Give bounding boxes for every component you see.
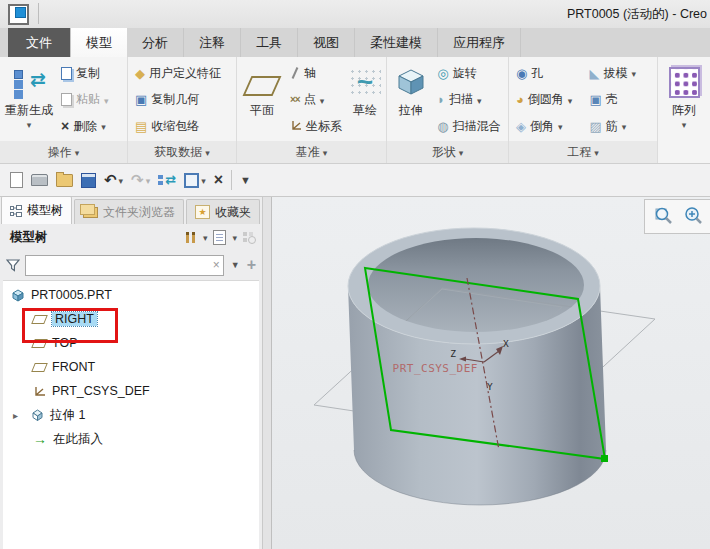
tree-settings-icon[interactable]	[213, 230, 226, 245]
shapes-group-label[interactable]: 形状	[387, 141, 508, 163]
undo-dropdown-icon[interactable]	[119, 173, 124, 187]
save-button[interactable]	[81, 173, 96, 188]
round-dropdown-icon[interactable]	[568, 93, 573, 107]
pattern-button[interactable]: 阵列	[660, 58, 708, 141]
get-data-group-label[interactable]: 获取数据	[128, 141, 236, 163]
window-manager-icon	[184, 173, 199, 188]
tree-settings-dropdown-icon[interactable]	[232, 230, 237, 244]
sketch-icon: ~	[349, 68, 381, 96]
copy-button[interactable]: 复制	[58, 61, 126, 85]
redo-icon: ↷	[131, 171, 144, 189]
redo-button[interactable]: ↷	[131, 171, 150, 189]
chamfer-button[interactable]: ◈倒角	[513, 114, 585, 138]
panel-splitter[interactable]	[262, 197, 272, 549]
datum-group-label[interactable]: 基准	[237, 141, 386, 163]
regenerate-button[interactable]: 重新生成	[2, 58, 56, 141]
revolve-icon: ◎	[437, 67, 448, 80]
tree-filter-input[interactable]	[25, 255, 224, 276]
udf-button[interactable]: ◆用户定义特征	[132, 61, 235, 85]
delete-button[interactable]: ×删除	[58, 114, 126, 138]
graphics-viewport[interactable]: Z X Y PRT_CSYS_DEF	[272, 197, 710, 549]
sweep-button[interactable]: ◗扫描	[434, 88, 507, 112]
tree-item-csys[interactable]: PRT_CSYS_DEF	[3, 379, 259, 403]
datum-csys-button[interactable]: 坐标系	[287, 114, 345, 138]
pattern-icon	[669, 67, 700, 98]
swept-blend-button[interactable]: ◍扫描混合	[434, 114, 507, 138]
tree-item-insert-here[interactable]: → 在此插入	[3, 427, 259, 451]
window-icon[interactable]	[8, 4, 29, 25]
tree-item-top-plane[interactable]: TOP	[3, 331, 259, 355]
tree-tools-icon[interactable]	[184, 231, 197, 244]
delete-dropdown-icon[interactable]	[101, 119, 106, 133]
rib-dropdown-icon[interactable]	[622, 119, 627, 133]
point-dropdown-icon[interactable]	[320, 93, 325, 107]
rib-icon: ▨	[590, 120, 602, 133]
chamfer-dropdown-icon[interactable]	[558, 119, 563, 133]
filter-funnel-icon[interactable]	[6, 259, 20, 272]
shapes-group-dropdown-icon	[459, 145, 464, 159]
ribbon-tab-row: 文件 模型 分析 注释 工具 视图 柔性建模 应用程序	[0, 28, 710, 57]
tab-favorites[interactable]: ★ 收藏夹	[186, 199, 260, 224]
close-window-button[interactable]: ×	[214, 172, 223, 188]
draft-dropdown-icon[interactable]	[632, 66, 637, 80]
engineering-group-label[interactable]: 工程	[509, 141, 657, 163]
axis-icon	[292, 67, 299, 79]
shrinkwrap-button[interactable]: ▤收缩包络	[132, 114, 235, 138]
engineering-group-dropdown-icon	[594, 145, 599, 159]
tab-annotate[interactable]: 注释	[184, 28, 241, 57]
operations-group-label[interactable]: 操作	[0, 141, 127, 163]
regenerate-dropdown-icon[interactable]	[27, 117, 32, 131]
revolve-button[interactable]: ◎旋转	[434, 61, 507, 85]
filter-dropdown-icon[interactable]: ▼	[229, 260, 242, 270]
shell-button[interactable]: ▣壳	[587, 88, 657, 112]
filter-add-icon[interactable]: +	[247, 257, 256, 273]
ribbon-group-get-data: ◆用户定义特征 ▣复制几何 ▤收缩包络 获取数据	[128, 57, 237, 163]
tab-file[interactable]: 文件	[8, 28, 70, 57]
sweep-dropdown-icon[interactable]	[477, 93, 482, 107]
zoom-region-button[interactable]	[653, 206, 675, 228]
tree-item-front-plane[interactable]: FRONT	[3, 355, 259, 379]
tab-model[interactable]: 模型	[70, 28, 127, 57]
copy-geometry-button[interactable]: ▣复制几何	[132, 88, 235, 112]
tree-item-extrude-1[interactable]: ▸ 拉伸 1	[3, 403, 259, 427]
rib-button[interactable]: ▨筋	[587, 114, 657, 138]
tab-tools[interactable]: 工具	[241, 28, 298, 57]
undo-button[interactable]: ↶	[104, 171, 123, 189]
filter-clear-icon[interactable]: ×	[213, 258, 220, 272]
datum-plane-icon	[243, 76, 282, 96]
tab-applications[interactable]: 应用程序	[438, 28, 521, 57]
window-manager-button[interactable]	[184, 173, 206, 188]
extrude-button[interactable]: 拉伸	[389, 58, 432, 141]
shell-icon: ▣	[590, 93, 602, 106]
tab-folder-browser[interactable]: 文件夹浏览器	[74, 199, 184, 224]
zoom-in-button[interactable]	[683, 206, 705, 228]
paste-button[interactable]: 粘贴	[58, 88, 126, 112]
datum-axis-button[interactable]: 轴	[287, 61, 345, 85]
tab-flexible-modeling[interactable]: 柔性建模	[355, 28, 438, 57]
regenerate-toolbar-button[interactable]	[158, 173, 176, 187]
expand-icon[interactable]: ▸	[13, 410, 25, 421]
print-button[interactable]	[31, 174, 48, 186]
datum-plane-button[interactable]: 平面	[239, 58, 285, 141]
draft-button[interactable]: ◣拔模	[587, 61, 657, 85]
plane-drag-handle[interactable]	[601, 455, 608, 462]
tree-item-right-plane[interactable]: RIGHT	[3, 307, 259, 331]
shrinkwrap-icon: ▤	[135, 120, 147, 133]
extrude-icon	[395, 67, 427, 97]
tab-view[interactable]: 视图	[298, 28, 355, 57]
round-button[interactable]: ◕倒圆角	[513, 88, 585, 112]
window-dropdown-icon[interactable]	[201, 173, 206, 187]
datum-group-dropdown-icon	[323, 145, 328, 159]
pattern-dropdown-icon[interactable]	[682, 117, 687, 131]
close-window-icon: ×	[214, 172, 223, 188]
tree-item-part[interactable]: PRT0005.PRT	[3, 283, 259, 307]
hole-button[interactable]: ◉孔	[513, 61, 585, 85]
open-button[interactable]	[56, 174, 73, 187]
tab-model-tree[interactable]: 模型树	[1, 196, 72, 224]
toolbar-overflow-button[interactable]: ▼	[240, 174, 251, 186]
tab-analysis[interactable]: 分析	[127, 28, 184, 57]
datum-point-button[interactable]: ××点	[287, 88, 345, 112]
sketch-button[interactable]: ~ 草绘	[345, 58, 385, 141]
new-file-button[interactable]	[10, 172, 23, 188]
tree-tools-dropdown-icon[interactable]	[203, 230, 208, 244]
